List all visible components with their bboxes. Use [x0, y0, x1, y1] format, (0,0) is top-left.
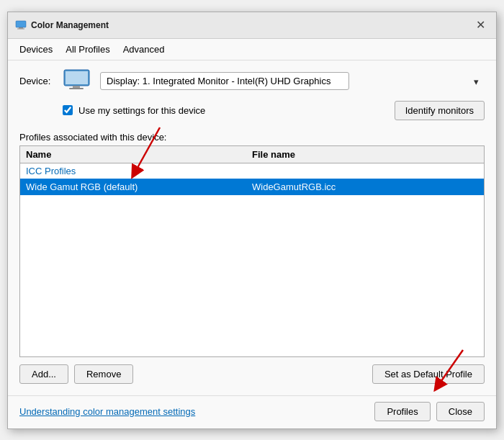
close-button[interactable]: Close [436, 402, 485, 421]
menu-bar: Devices All Profiles Advanced [8, 39, 496, 60]
checkbox-row: Use my settings for this device [63, 105, 205, 116]
profiles-table: Name File name ICC Profiles Wide Gamut R… [19, 145, 485, 357]
device-row: Device: Display: 1. Integrated Monitor -… [19, 69, 485, 94]
checkbox-label: Use my settings for this device [78, 105, 205, 116]
use-my-settings-checkbox[interactable] [63, 105, 73, 115]
footer: Understanding color management settings … [8, 395, 496, 428]
window-icon [15, 19, 27, 31]
menu-item-all-profiles[interactable]: All Profiles [60, 42, 115, 57]
table-header: Name File name [20, 146, 484, 163]
remove-button[interactable]: Remove [74, 364, 133, 384]
svg-rect-5 [73, 86, 80, 88]
menu-item-devices[interactable]: Devices [14, 42, 58, 57]
set-default-profile-button[interactable]: Set as Default Profile [372, 364, 485, 384]
title-bar: Color Management ✕ [8, 12, 496, 39]
svg-rect-4 [66, 71, 88, 84]
menu-item-advanced[interactable]: Advanced [117, 42, 171, 57]
svg-rect-6 [69, 88, 84, 89]
help-link[interactable]: Understanding color management settings [19, 406, 195, 417]
svg-rect-0 [16, 21, 26, 27]
col-header-name: Name [26, 149, 252, 160]
profiles-button[interactable]: Profiles [374, 402, 430, 421]
row-filename: WideGamutRGB.icc [252, 181, 478, 192]
footer-right: Profiles Close [374, 402, 485, 421]
table-body: ICC Profiles Wide Gamut RGB (default) Wi… [20, 163, 484, 195]
table-row[interactable]: Wide Gamut RGB (default) WideGamutRGB.ic… [20, 179, 484, 195]
svg-rect-2 [17, 28, 24, 29]
svg-rect-1 [19, 27, 23, 29]
title-bar-left: Color Management [15, 19, 109, 31]
col-header-filename: File name [252, 149, 478, 160]
bottom-buttons: Add... Remove Set as Default Profile [19, 364, 485, 384]
profiles-section-label: Profiles associated with this device: [19, 132, 485, 143]
profiles-section: Profiles associated with this device: Na… [19, 127, 485, 384]
color-management-window: Color Management ✕ Devices All Profiles … [7, 12, 497, 429]
window-title: Color Management [31, 20, 109, 30]
device-label: Device: [19, 76, 55, 86]
group-header-icc: ICC Profiles [20, 163, 484, 179]
device-select-wrapper: Display: 1. Integrated Monitor - Intel(R… [100, 72, 485, 90]
close-window-button[interactable]: ✕ [472, 17, 489, 34]
device-dropdown[interactable]: Display: 1. Integrated Monitor - Intel(R… [100, 72, 349, 90]
identify-monitors-button[interactable]: Identify monitors [395, 101, 485, 120]
row-name: Wide Gamut RGB (default) [26, 181, 252, 192]
add-button[interactable]: Add... [19, 364, 68, 384]
monitor-icon [63, 69, 93, 94]
tab-content: Device: Display: 1. Integrated Monitor -… [8, 60, 496, 392]
